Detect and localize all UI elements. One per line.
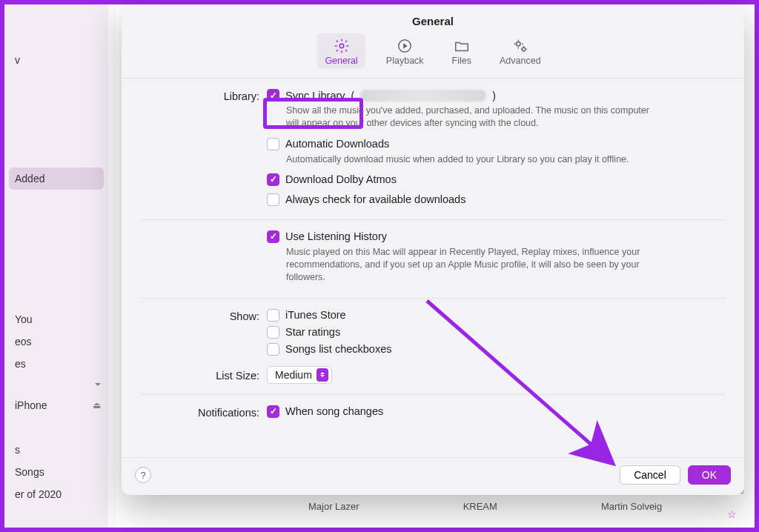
tab-label: Advanced (500, 56, 541, 66)
svg-point-0 (339, 44, 344, 48)
sidebar-item[interactable]: v (4, 49, 108, 71)
section-label-show: Show: (141, 309, 267, 322)
sidebar-chevron[interactable] (4, 375, 108, 394)
option-auto-downloads: Automatic Downloads (285, 138, 389, 150)
ok-button[interactable]: OK (688, 465, 731, 485)
cancel-button[interactable]: Cancel (620, 465, 680, 485)
app-sidebar: v Added You eos es iPhone⏏ s Songs er of… (4, 4, 108, 528)
option-sync-library: Sync Library (285, 90, 345, 102)
checkbox-always-check[interactable] (267, 193, 279, 206)
option-dolby-atmos: Download Dolby Atmos (285, 173, 397, 185)
checkbox-listening-history[interactable] (267, 230, 279, 243)
section-label-library: Library: (141, 89, 267, 102)
help-button[interactable]: ? (135, 467, 151, 483)
section-label-list-size: List Size: (141, 368, 267, 382)
separator (141, 298, 725, 299)
paren-close: ) (492, 90, 496, 102)
checkbox-itunes-store[interactable] (267, 309, 279, 322)
artist-label: Martin Solveig (601, 501, 662, 512)
gears-icon (512, 38, 528, 54)
chevron-down-icon (95, 383, 101, 389)
favorite-star-icon[interactable]: ☆ (727, 508, 737, 520)
svg-point-2 (516, 42, 520, 47)
sidebar-item[interactable]: es (4, 353, 108, 375)
checkbox-songs-list[interactable] (267, 343, 279, 356)
option-star-ratings: Star ratings (285, 326, 340, 338)
eject-icon[interactable]: ⏏ (93, 400, 101, 410)
folder-icon (454, 38, 470, 54)
checkbox-auto-downloads[interactable] (267, 138, 279, 150)
sidebar-item[interactable]: Songs (4, 461, 108, 483)
preferences-dialog: General General Playback Files Advanced (122, 6, 744, 495)
option-itunes-store: iTunes Store (285, 309, 346, 321)
option-song-changes: When song changes (285, 405, 383, 417)
option-songs-list: Songs list checkboxes (285, 343, 391, 355)
tab-general[interactable]: General (317, 33, 365, 69)
separator (141, 219, 725, 220)
sidebar-item-added[interactable]: Added (9, 167, 104, 190)
artist-label: KREAM (463, 501, 497, 512)
separator (141, 394, 725, 395)
redacted-account (360, 90, 486, 102)
paren-open: ( (351, 90, 355, 102)
sidebar-item[interactable]: eos (4, 330, 108, 353)
option-always-check: Always check for available downloads (285, 193, 465, 205)
checkbox-dolby-atmos[interactable] (267, 173, 279, 186)
dialog-footer: ? Cancel OK (122, 457, 744, 495)
svg-point-3 (522, 47, 526, 51)
checkbox-star-ratings[interactable] (267, 326, 279, 339)
tab-label: Playback (386, 56, 424, 66)
dialog-title: General (122, 6, 744, 30)
option-desc: Show all the music you've added, purchas… (286, 104, 657, 130)
gear-icon (334, 38, 350, 54)
select-caret-icon (316, 368, 328, 382)
checkbox-sync-library[interactable] (267, 89, 279, 102)
section-label-notifications: Notifications: (141, 405, 267, 419)
tab-label: General (325, 56, 357, 66)
option-desc: Automatically download music when added … (286, 153, 657, 166)
sidebar-item[interactable]: s (4, 439, 108, 461)
sidebar-item[interactable]: You (4, 308, 108, 330)
checkbox-song-changes[interactable] (267, 405, 279, 418)
option-listening-history: Use Listening History (285, 230, 387, 242)
select-value: Medium (275, 369, 312, 381)
artist-label: Major Lazer (308, 501, 359, 512)
play-circle-icon (397, 38, 413, 54)
dialog-tabbar: General Playback Files Advanced (122, 30, 744, 79)
list-size-select[interactable]: Medium (267, 366, 332, 384)
sidebar-item-iphone[interactable]: iPhone⏏ (4, 394, 108, 416)
option-desc: Music played on this Mac will appear in … (286, 246, 657, 285)
tab-files[interactable]: Files (445, 33, 479, 69)
tab-playback[interactable]: Playback (379, 33, 431, 69)
tab-advanced[interactable]: Advanced (492, 33, 548, 69)
tab-label: Files (452, 56, 471, 66)
sidebar-item[interactable]: er of 2020 (4, 483, 108, 505)
